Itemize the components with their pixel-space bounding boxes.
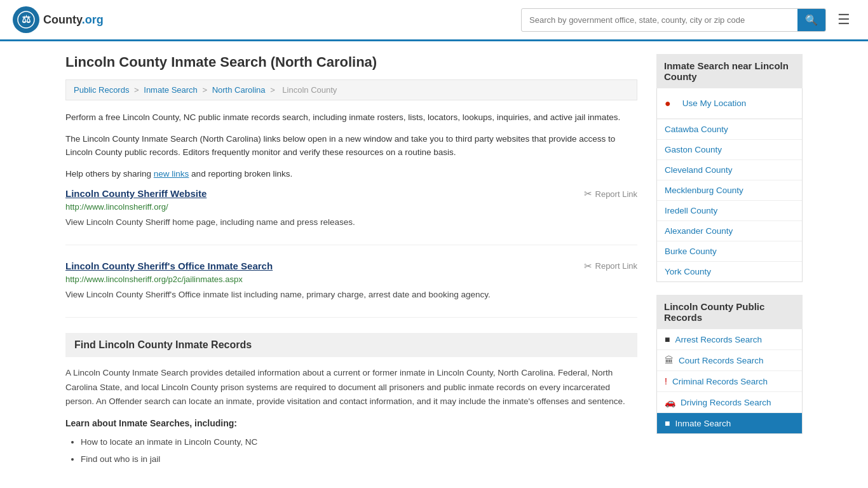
court-icon: 🏛 [665, 355, 674, 365]
sidebar-public-records-section: Lincoln County Public Records ■ Arrest R… [656, 295, 803, 434]
bullet-2: Find out who is in jail [81, 451, 637, 468]
link-desc-2: View Lincoln County Sheriff's Office inm… [65, 288, 637, 302]
breadcrumb-inmate-search[interactable]: Inmate Search [144, 85, 198, 95]
logo-area[interactable]: ⚖ County.org [13, 6, 104, 33]
search-bar: 🔍 [521, 8, 826, 32]
link-url-1[interactable]: http://www.lincolnsheriff.org/ [65, 202, 637, 212]
header-right: 🔍 ☰ [521, 8, 855, 32]
sidebar-driving-records[interactable]: 🚗 Driving Records Search [657, 392, 802, 413]
report-link-1[interactable]: ✂ Report Link [584, 188, 637, 200]
hamburger-menu-button[interactable]: ☰ [832, 9, 855, 30]
report-icon-2: ✂ [584, 261, 592, 272]
report-icon-1: ✂ [584, 188, 592, 200]
search-button[interactable]: 🔍 [797, 9, 825, 31]
link-card-sheriff-website: Lincoln County Sheriff Website ✂ Report … [65, 188, 637, 245]
criminal-icon: ! [665, 376, 667, 386]
sidebar-york[interactable]: York County [657, 262, 802, 281]
main-container: Lincoln County Inmate Search (North Caro… [53, 41, 815, 480]
link-url-2[interactable]: http://www.lincolnsheriff.org/p2c/jailin… [65, 274, 637, 284]
site-header: ⚖ County.org 🔍 ☰ [0, 0, 868, 41]
logo-text: County.org [43, 13, 104, 27]
arrest-icon: ■ [665, 334, 670, 344]
search-input[interactable] [522, 10, 797, 30]
sidebar-mecklenburg[interactable]: Mecklenburg County [657, 180, 802, 201]
sidebar-catawba[interactable]: Catawba County [657, 119, 802, 140]
description-2: The Lincoln County Inmate Search (North … [65, 132, 637, 159]
driving-icon: 🚗 [665, 397, 675, 407]
sidebar-criminal-records[interactable]: ! Criminal Records Search [657, 371, 802, 392]
find-section-header: Find Lincoln County Inmate Records [65, 333, 637, 357]
sidebar-court-records[interactable]: 🏛 Court Records Search [657, 350, 802, 371]
sidebar-burke[interactable]: Burke County [657, 241, 802, 262]
page-title: Lincoln County Inmate Search (North Caro… [65, 54, 637, 71]
breadcrumb-public-records[interactable]: Public Records [74, 85, 129, 95]
new-links-link[interactable]: new links [154, 169, 189, 179]
logo-icon: ⚖ [13, 6, 39, 33]
sidebar-public-records-list: ■ Arrest Records Search 🏛 Court Records … [656, 329, 803, 434]
link-desc-1: View Lincoln County Sheriff home page, i… [65, 215, 637, 229]
sidebar-inmate-search-section: Inmate Search near Lincoln County ● Use … [656, 54, 803, 282]
use-location-item[interactable]: ● Use My Location [657, 88, 802, 119]
link-title-inmate-search[interactable]: Lincoln County Sheriff's Office Inmate S… [65, 261, 273, 271]
learn-heading: Learn about Inmate Searches, including: [65, 418, 637, 428]
link-title-sheriff-website[interactable]: Lincoln County Sheriff Website [65, 188, 207, 199]
location-pin-icon: ● [665, 98, 671, 109]
sidebar-county-list: ● Use My Location Catawba County Gaston … [656, 88, 803, 282]
sidebar-alexander[interactable]: Alexander County [657, 221, 802, 241]
link-card-inmate-search: Lincoln County Sheriff's Office Inmate S… [65, 261, 637, 318]
find-section-body: A Lincoln County Inmate Search provides … [65, 366, 637, 410]
sidebar-iredell[interactable]: Iredell County [657, 201, 802, 221]
bullet-1: How to locate an inmate in Lincoln Count… [81, 433, 637, 451]
use-my-location-link[interactable]: Use My Location [675, 93, 754, 113]
sidebar-cleveland[interactable]: Cleveland County [657, 160, 802, 180]
find-section-title: Find Lincoln County Inmate Records [74, 339, 628, 351]
sidebar-inmate-heading: Inmate Search near Lincoln County [656, 54, 803, 88]
sidebar-gaston[interactable]: Gaston County [657, 140, 802, 160]
svg-text:⚖: ⚖ [22, 14, 31, 25]
inmate-icon: ■ [665, 418, 670, 428]
sidebar: Inmate Search near Lincoln County ● Use … [656, 54, 803, 468]
breadcrumb-lincoln-county: Lincoln County [282, 85, 337, 95]
learn-bullet-list: How to locate an inmate in Lincoln Count… [65, 433, 637, 468]
content-area: Lincoln County Inmate Search (North Caro… [65, 54, 637, 468]
sidebar-inmate-search[interactable]: ■ Inmate Search [657, 413, 802, 433]
sidebar-public-records-heading: Lincoln County Public Records [656, 295, 803, 329]
sidebar-arrest-records[interactable]: ■ Arrest Records Search [657, 329, 802, 350]
description-3: Help others by sharing new links and rep… [65, 167, 637, 181]
report-link-2[interactable]: ✂ Report Link [584, 261, 637, 272]
breadcrumb: Public Records > Inmate Search > North C… [65, 79, 637, 100]
breadcrumb-north-carolina[interactable]: North Carolina [212, 85, 266, 95]
description-1: Perform a free Lincoln County, NC public… [65, 111, 637, 125]
